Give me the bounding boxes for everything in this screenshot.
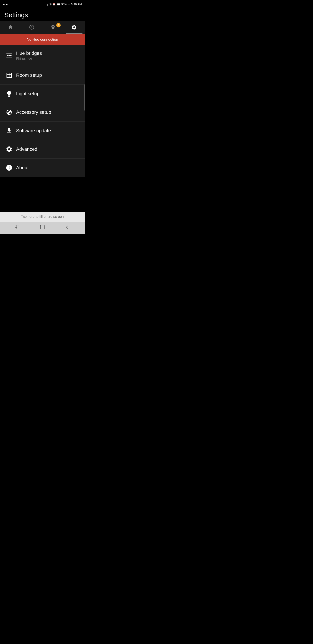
- room-icon: [4, 72, 14, 79]
- light-setup-text-group: Light setup: [16, 91, 39, 96]
- settings-item-accessory-setup[interactable]: Accessory setup: [0, 103, 85, 122]
- light-icon: [4, 90, 14, 97]
- settings-content: Hue bridges Philips hue Room setup: [0, 45, 85, 177]
- status-right-area: ┲ Ⓧ ⏰ ▮▮▮ 95% ▭ 3:29 PM: [46, 2, 82, 6]
- alarm-icon: ⏰: [52, 2, 56, 6]
- tab-settings[interactable]: [64, 21, 85, 34]
- hue-bridges-text-group: Hue bridges Philips hue: [16, 50, 42, 60]
- settings-list: Hue bridges Philips hue Room setup: [0, 45, 85, 177]
- home-button[interactable]: [40, 224, 45, 231]
- bluetooth-icon: ┲: [46, 2, 48, 6]
- svg-rect-4: [15, 225, 17, 227]
- software-update-title: Software update: [16, 128, 51, 134]
- connection-banner: No Hue connection: [0, 34, 85, 45]
- about-text-group: About: [16, 165, 29, 170]
- bubble-icon: ●: [3, 2, 5, 6]
- status-bar: ● ● ┲ Ⓧ ⏰ ▮▮▮ 95% ▭ 3:29 PM: [0, 0, 85, 8]
- svg-point-2: [8, 55, 10, 56]
- clock-icon: [29, 24, 34, 31]
- settings-item-hue-bridges[interactable]: Hue bridges Philips hue: [0, 45, 85, 66]
- gear-icon: [4, 146, 14, 153]
- whatsapp-icon: ●: [6, 2, 8, 6]
- recent-apps-button[interactable]: [14, 224, 19, 231]
- settings-item-advanced[interactable]: Advanced: [0, 140, 85, 158]
- accessory-icon: [4, 109, 14, 116]
- tab-explore[interactable]: !: [42, 21, 64, 34]
- accessory-setup-title: Accessory setup: [16, 110, 51, 115]
- download-icon: [4, 127, 14, 134]
- hue-bridge-icon: [4, 52, 14, 60]
- fill-screen-bar[interactable]: Tap here to fill entire screen: [0, 212, 85, 222]
- empty-space: [0, 177, 85, 212]
- settings-item-light-setup[interactable]: Light setup: [0, 85, 85, 103]
- explore-icon: [50, 24, 56, 31]
- settings-item-software-update[interactable]: Software update: [0, 122, 85, 140]
- scrollbar-thumb[interactable]: [84, 84, 85, 110]
- explore-badge: !: [56, 23, 61, 28]
- svg-point-1: [7, 55, 8, 56]
- status-left-icons: ● ●: [3, 2, 8, 6]
- mute-icon: Ⓧ: [49, 2, 51, 6]
- software-update-text-group: Software update: [16, 128, 51, 134]
- settings-tab-icon: [71, 24, 77, 31]
- about-title: About: [16, 165, 29, 170]
- room-setup-text-group: Room setup: [16, 72, 42, 78]
- svg-rect-7: [40, 225, 44, 229]
- accessory-setup-text-group: Accessory setup: [16, 110, 51, 115]
- battery-icon: ▭: [68, 2, 70, 6]
- settings-item-room-setup[interactable]: Room setup: [0, 66, 85, 85]
- svg-point-3: [10, 55, 11, 56]
- nav-tabs: !: [0, 21, 85, 34]
- time-display: 3:29 PM: [71, 2, 82, 6]
- hue-bridges-title: Hue bridges: [16, 50, 42, 56]
- room-setup-title: Room setup: [16, 72, 42, 78]
- hue-bridges-subtitle: Philips hue: [16, 56, 42, 60]
- back-button[interactable]: [65, 224, 70, 231]
- scrollbar-track: [84, 45, 85, 177]
- svg-rect-6: [15, 227, 17, 229]
- android-nav: [0, 222, 85, 234]
- page-title: Settings: [0, 8, 85, 21]
- advanced-title: Advanced: [16, 146, 37, 152]
- settings-item-about[interactable]: About: [0, 158, 85, 177]
- home-icon: [8, 24, 13, 31]
- signal-icon: ▮▮▮: [56, 3, 60, 6]
- info-icon: [4, 164, 14, 171]
- advanced-text-group: Advanced: [16, 146, 37, 152]
- battery-percent: 95%: [61, 2, 67, 6]
- svg-rect-5: [17, 225, 19, 227]
- tab-schedule[interactable]: [21, 21, 43, 34]
- light-setup-title: Light setup: [16, 91, 39, 96]
- tab-home[interactable]: [0, 21, 21, 34]
